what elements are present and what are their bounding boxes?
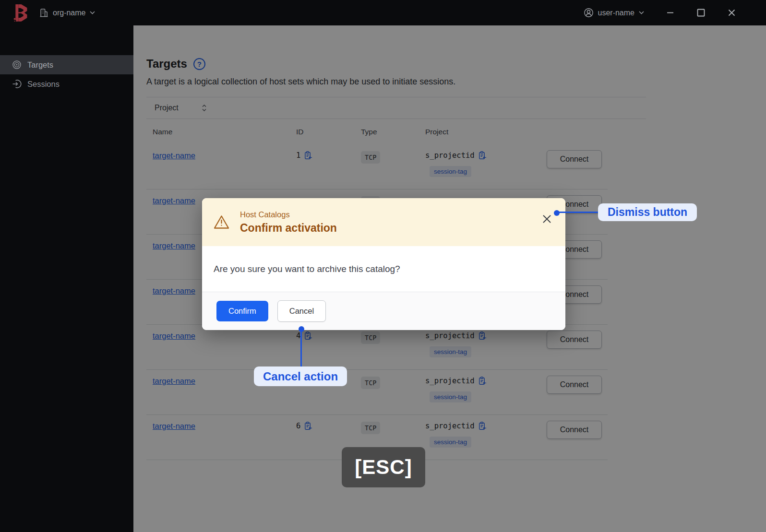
titlebar: org-name user-name: [0, 0, 766, 25]
org-name-label: org-name: [53, 9, 85, 17]
maximize-button[interactable]: [696, 8, 706, 18]
cancel-button[interactable]: Cancel: [277, 300, 326, 322]
org-dropdown[interactable]: org-name: [39, 8, 95, 17]
annotation-connector-line: [557, 212, 599, 213]
chevron-down-icon: [639, 11, 644, 14]
user-dropdown[interactable]: user-name: [584, 8, 644, 18]
user-name-label: user-name: [598, 9, 634, 17]
warning-icon: [214, 215, 229, 229]
sidebar-item-targets[interactable]: Targets: [0, 55, 133, 74]
modal-footer: Confirm Cancel: [202, 292, 565, 330]
org-icon: [39, 8, 48, 17]
sidebar-item-sessions[interactable]: Sessions: [0, 74, 133, 94]
user-icon: [584, 8, 594, 18]
minimize-button[interactable]: [665, 8, 675, 18]
annotation-dot: [554, 210, 560, 216]
esc-key-hint: [ESC]: [342, 447, 425, 487]
cancel-annotation-label: Cancel action: [254, 366, 347, 386]
target-icon: [12, 60, 22, 70]
app-window: org-name user-name: [0, 0, 766, 532]
modal-tagline: Host Catalogs: [240, 210, 337, 219]
confirm-modal: Host Catalogs Confirm activation Are you…: [202, 198, 565, 330]
close-window-button[interactable]: [727, 8, 736, 18]
chevron-down-icon: [90, 11, 95, 14]
dismiss-annotation-label: Dismiss button: [598, 203, 697, 221]
dismiss-button[interactable]: [542, 214, 552, 224]
boundary-logo-icon: [13, 4, 28, 22]
sidebar: Targets Sessions: [0, 25, 133, 532]
modal-header: Host Catalogs Confirm activation: [202, 198, 565, 246]
sidebar-item-label: Targets: [27, 60, 53, 70]
modal-body-text: Are you sure you want to archive this ca…: [202, 246, 565, 292]
session-icon: [12, 79, 22, 89]
sidebar-item-label: Sessions: [27, 80, 60, 89]
annotation-connector-line: [300, 330, 302, 367]
confirm-button[interactable]: Confirm: [216, 301, 268, 321]
modal-title: Confirm activation: [240, 222, 337, 235]
